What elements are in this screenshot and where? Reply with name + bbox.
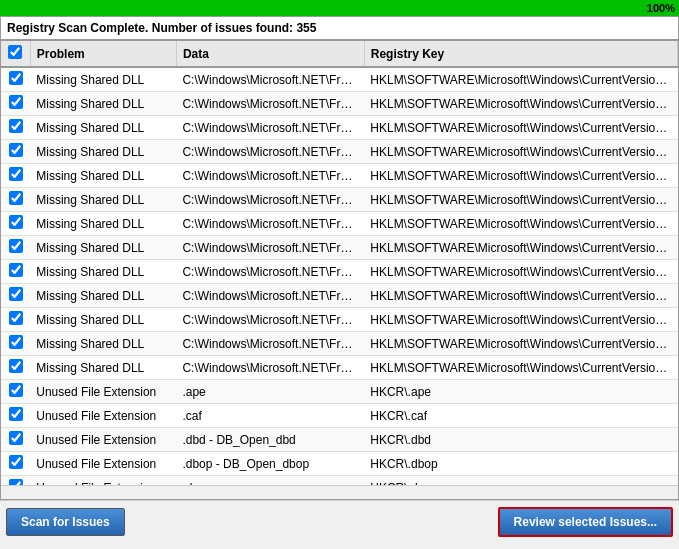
bottom-bar: Scan for Issues Review selected Issues..… [0, 500, 679, 542]
row-data: .ape [176, 380, 364, 404]
row-checkbox[interactable] [9, 143, 23, 157]
table-row: Missing Shared DLLC:\Windows\Microsoft.N… [1, 308, 678, 332]
table-row: Unused File Extension.cafHKCR\.caf [1, 404, 678, 428]
table-row: Unused File Extension.dbop - DB_Open_dbo… [1, 452, 678, 476]
row-registry: HKLM\SOFTWARE\Microsoft\Windows\CurrentV… [364, 164, 677, 188]
row-data: C:\Windows\Microsoft.NET\Fra.... [176, 308, 364, 332]
row-checkbox[interactable] [9, 335, 23, 349]
row-registry: HKLM\SOFTWARE\Microsoft\Windows\CurrentV… [364, 308, 677, 332]
table-scroll[interactable]: Problem Data Registry Key Missing Shared… [1, 41, 678, 485]
row-problem: Unused File Extension [30, 476, 176, 486]
issues-table: Problem Data Registry Key Missing Shared… [1, 41, 678, 485]
row-problem: Missing Shared DLL [30, 188, 176, 212]
table-row: Missing Shared DLLC:\Windows\Microsoft.N… [1, 116, 678, 140]
row-data: C:\Windows\Microsoft.NET\Fra.... [176, 188, 364, 212]
row-problem: Missing Shared DLL [30, 116, 176, 140]
row-problem: Missing Shared DLL [30, 260, 176, 284]
row-registry: HKLM\SOFTWARE\Microsoft\Windows\CurrentV… [364, 260, 677, 284]
row-checkbox[interactable] [9, 287, 23, 301]
row-problem: Missing Shared DLL [30, 164, 176, 188]
row-data: .dbop - DB_Open_dbop [176, 452, 364, 476]
row-data: C:\Windows\Microsoft.NET\Fra.... [176, 92, 364, 116]
row-checkbox[interactable] [9, 119, 23, 133]
row-registry: HKLM\SOFTWARE\Microsoft\Windows\CurrentV… [364, 116, 677, 140]
row-checkbox[interactable] [9, 239, 23, 253]
row-problem: Unused File Extension [30, 428, 176, 452]
table-row: Missing Shared DLLC:\Windows\Microsoft.N… [1, 188, 678, 212]
row-checkbox-cell [1, 404, 30, 428]
row-checkbox-cell [1, 164, 30, 188]
col-header-registry: Registry Key [364, 41, 677, 67]
row-checkbox-cell [1, 332, 30, 356]
row-checkbox-cell [1, 284, 30, 308]
row-checkbox-cell [1, 428, 30, 452]
row-problem: Missing Shared DLL [30, 332, 176, 356]
row-registry: HKCR\.ape [364, 380, 677, 404]
row-checkbox-cell [1, 380, 30, 404]
status-text: Registry Scan Complete. Number of issues… [7, 21, 316, 35]
table-row: Unused File Extension.dvHKCR\.dv [1, 476, 678, 486]
row-data: C:\Windows\Microsoft.NET\Fra.... [176, 260, 364, 284]
row-checkbox[interactable] [9, 407, 23, 421]
table-row: Missing Shared DLLC:\Windows\Microsoft.N… [1, 140, 678, 164]
row-checkbox[interactable] [9, 191, 23, 205]
row-problem: Missing Shared DLL [30, 356, 176, 380]
status-bar: Registry Scan Complete. Number of issues… [0, 16, 679, 40]
row-registry: HKLM\SOFTWARE\Microsoft\Windows\CurrentV… [364, 236, 677, 260]
row-checkbox[interactable] [9, 215, 23, 229]
col-header-problem: Problem [30, 41, 176, 67]
table-wrapper: Problem Data Registry Key Missing Shared… [0, 40, 679, 500]
row-registry: HKLM\SOFTWARE\Microsoft\Windows\CurrentV… [364, 67, 677, 92]
horizontal-scrollbar[interactable] [1, 485, 678, 499]
row-checkbox-cell [1, 356, 30, 380]
row-registry: HKLM\SOFTWARE\Microsoft\Windows\CurrentV… [364, 356, 677, 380]
row-data: C:\Windows\Microsoft.NET\Fra.... [176, 164, 364, 188]
progress-bar-container: 100% [0, 0, 679, 16]
row-checkbox[interactable] [9, 311, 23, 325]
row-data: C:\Windows\Microsoft.NET\Fra.... [176, 212, 364, 236]
row-checkbox[interactable] [9, 383, 23, 397]
row-checkbox[interactable] [9, 359, 23, 373]
row-checkbox[interactable] [9, 71, 23, 85]
row-checkbox[interactable] [9, 167, 23, 181]
row-registry: HKLM\SOFTWARE\Microsoft\Windows\CurrentV… [364, 140, 677, 164]
row-problem: Missing Shared DLL [30, 284, 176, 308]
row-checkbox-cell [1, 260, 30, 284]
scan-for-issues-button[interactable]: Scan for Issues [6, 508, 125, 536]
row-data: .dv [176, 476, 364, 486]
row-data: C:\Windows\Microsoft.NET\Fra.... [176, 67, 364, 92]
row-data: C:\Windows\Microsoft.NET\Fra.... [176, 236, 364, 260]
table-row: Missing Shared DLLC:\Windows\Microsoft.N… [1, 332, 678, 356]
table-row: Missing Shared DLLC:\Windows\Microsoft.N… [1, 212, 678, 236]
row-problem: Missing Shared DLL [30, 67, 176, 92]
row-checkbox[interactable] [9, 455, 23, 469]
row-checkbox-cell [1, 308, 30, 332]
review-selected-issues-button[interactable]: Review selected Issues... [498, 507, 673, 537]
table-row: Missing Shared DLLC:\Windows\Microsoft.N… [1, 164, 678, 188]
row-registry: HKLM\SOFTWARE\Microsoft\Windows\CurrentV… [364, 188, 677, 212]
row-data: .caf [176, 404, 364, 428]
col-header-checkbox [1, 41, 30, 67]
col-header-data: Data [176, 41, 364, 67]
row-problem: Missing Shared DLL [30, 236, 176, 260]
row-registry: HKLM\SOFTWARE\Microsoft\Windows\CurrentV… [364, 284, 677, 308]
row-checkbox-cell [1, 476, 30, 486]
row-problem: Missing Shared DLL [30, 308, 176, 332]
table-row: Unused File Extension.dbd - DB_Open_dbdH… [1, 428, 678, 452]
select-all-checkbox[interactable] [8, 45, 22, 59]
table-row: Missing Shared DLLC:\Windows\Microsoft.N… [1, 260, 678, 284]
table-row: Missing Shared DLLC:\Windows\Microsoft.N… [1, 67, 678, 92]
row-registry: HKLM\SOFTWARE\Microsoft\Windows\CurrentV… [364, 212, 677, 236]
row-checkbox[interactable] [9, 95, 23, 109]
row-problem: Unused File Extension [30, 380, 176, 404]
row-checkbox-cell [1, 67, 30, 92]
row-checkbox[interactable] [9, 431, 23, 445]
row-checkbox[interactable] [9, 263, 23, 277]
row-problem: Missing Shared DLL [30, 92, 176, 116]
row-checkbox-cell [1, 188, 30, 212]
row-problem: Unused File Extension [30, 404, 176, 428]
row-checkbox-cell [1, 140, 30, 164]
row-checkbox-cell [1, 92, 30, 116]
row-data: C:\Windows\Microsoft.NET\Fra.... [176, 284, 364, 308]
row-problem: Missing Shared DLL [30, 212, 176, 236]
